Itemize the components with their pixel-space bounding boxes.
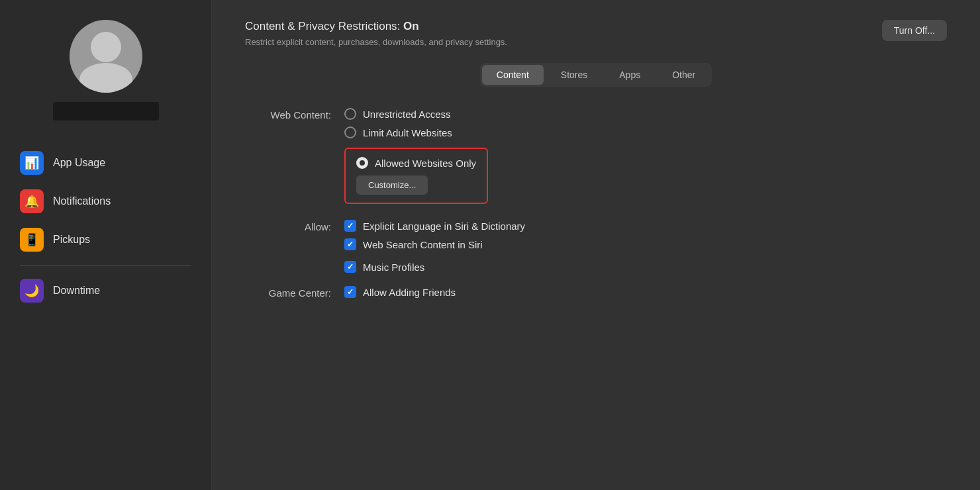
radio-unrestricted[interactable]: Unrestricted Access	[344, 108, 488, 120]
customize-button[interactable]: Customize...	[356, 175, 428, 195]
sidebar-item-label: Pickups	[53, 234, 90, 246]
radio-limit-adult[interactable]: Limit Adult Websites	[344, 126, 488, 138]
sidebar-divider	[20, 265, 191, 266]
page-subtitle: Restrict explicit content, purchases, do…	[245, 37, 507, 47]
sidebar-item-app-usage[interactable]: 📊 App Usage	[11, 144, 201, 181]
sidebar-item-pickups[interactable]: 📱 Pickups	[11, 221, 201, 258]
allow-row: Allow: Explicit Language in Siri & Dicti…	[245, 220, 947, 250]
checkboxes-group: Explicit Language in Siri & Dictionary W…	[344, 220, 525, 250]
main-content: Content & Privacy Restrictions: On Restr…	[212, 0, 980, 490]
checkbox-web-search[interactable]: Web Search Content in Siri	[344, 238, 525, 250]
title-status: On	[403, 20, 419, 32]
sidebar-nav: 📊 App Usage 🔔 Notifications 📱 Pickups 🌙 …	[0, 131, 211, 309]
page-title: Content & Privacy Restrictions: On	[245, 20, 507, 33]
app-usage-icon: 📊	[20, 151, 44, 175]
tab-other[interactable]: Other	[658, 65, 710, 85]
avatar-name-bar	[53, 102, 159, 121]
game-center-label: Game Center:	[245, 286, 331, 299]
avatar-head	[91, 32, 121, 62]
radio-circle-limit-adult	[344, 126, 356, 138]
highlight-box: Allowed Websites Only Customize...	[344, 148, 488, 204]
sidebar-item-label: Downtime	[53, 285, 100, 297]
music-profiles-row: Music Profiles	[245, 261, 947, 273]
tab-bar: Content Stores Apps Other	[480, 63, 712, 87]
sidebar-item-notifications[interactable]: 🔔 Notifications	[11, 183, 201, 220]
game-center-row: Game Center: Allow Adding Friends	[245, 286, 947, 299]
radio-circle-allowed-only	[356, 157, 368, 169]
pickups-icon: 📱	[20, 228, 44, 252]
downtime-icon: 🌙	[20, 279, 44, 303]
radio-label-limit-adult: Limit Adult Websites	[363, 127, 452, 138]
web-content-row: Web Content: Unrestricted Access Limit A…	[245, 108, 947, 204]
checkbox-box-music-profiles	[344, 261, 356, 273]
checkbox-allow-adding-friends[interactable]: Allow Adding Friends	[344, 286, 456, 298]
avatar-body	[79, 63, 132, 93]
radio-group: Unrestricted Access Limit Adult Websites…	[344, 108, 488, 204]
avatar-container	[53, 20, 159, 121]
header-row: Content & Privacy Restrictions: On Restr…	[245, 20, 947, 47]
allow-label: Allow:	[245, 220, 331, 232]
checkbox-explicit-language[interactable]: Explicit Language in Siri & Dictionary	[344, 220, 525, 232]
tab-apps[interactable]: Apps	[605, 65, 655, 85]
avatar	[70, 20, 142, 93]
tab-stores[interactable]: Stores	[546, 65, 602, 85]
sidebar-item-downtime[interactable]: 🌙 Downtime	[11, 272, 201, 309]
turn-off-button[interactable]: Turn Off...	[882, 20, 947, 41]
checkbox-label-explicit: Explicit Language in Siri & Dictionary	[363, 220, 525, 232]
sidebar: 📊 App Usage 🔔 Notifications 📱 Pickups 🌙 …	[0, 0, 212, 490]
checkbox-label-allow-friends: Allow Adding Friends	[363, 287, 456, 298]
tab-content[interactable]: Content	[482, 65, 544, 85]
checkbox-label-music-profiles: Music Profiles	[363, 262, 424, 273]
radio-label-unrestricted: Unrestricted Access	[363, 109, 451, 120]
title-prefix: Content & Privacy Restrictions:	[245, 20, 403, 32]
checkbox-label-web-search: Web Search Content in Siri	[363, 239, 483, 250]
checkbox-box-explicit	[344, 220, 356, 232]
radio-label-allowed-only: Allowed Websites Only	[375, 158, 476, 169]
radio-allowed-only[interactable]: Allowed Websites Only	[356, 157, 476, 169]
checkbox-box-web-search	[344, 238, 356, 250]
sidebar-item-label: App Usage	[53, 157, 105, 169]
web-content-label: Web Content:	[245, 108, 331, 121]
sidebar-item-label: Notifications	[53, 195, 111, 207]
checkbox-box-allow-friends	[344, 286, 356, 298]
radio-circle-unrestricted	[344, 108, 356, 120]
checkbox-music-profiles[interactable]: Music Profiles	[344, 261, 424, 273]
notifications-icon: 🔔	[20, 189, 44, 213]
header-text: Content & Privacy Restrictions: On Restr…	[245, 20, 507, 47]
